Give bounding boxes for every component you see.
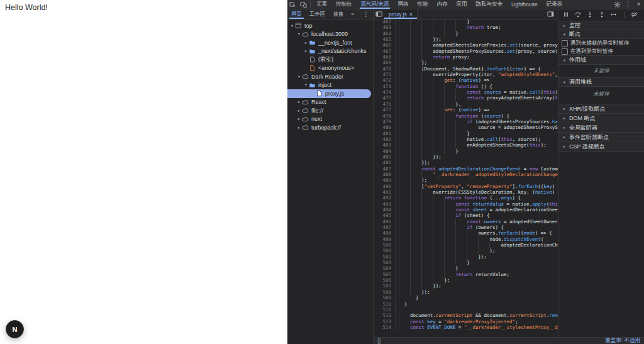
line-number[interactable]: 494 [374, 207, 396, 213]
expander-icon[interactable]: ▸ [296, 99, 302, 104]
line-number[interactable]: 512 [374, 313, 396, 318]
devtools-tab[interactable]: 应用 [452, 0, 471, 9]
more-tabs-chevron-icon[interactable]: » [348, 9, 358, 19]
nextjs-dev-badge[interactable]: N [6, 320, 24, 338]
checkbox[interactable] [562, 48, 568, 55]
line-number[interactable]: 500 [374, 242, 396, 248]
line-number[interactable]: 480 [374, 125, 396, 130]
expander-icon[interactable]: ▸ [296, 108, 302, 113]
navigator-kebab-icon[interactable]: ⋮ [359, 9, 373, 19]
devtools-tab[interactable]: 网络 [393, 0, 413, 9]
close-devtools-icon[interactable]: × [633, 0, 644, 9]
devtools-tab[interactable]: 内存 [432, 0, 452, 9]
expander-icon[interactable]: ▸ [296, 116, 302, 121]
devtools-tab[interactable]: 性能 [413, 0, 432, 9]
step-out-icon[interactable] [599, 11, 605, 19]
tree-item-localhost-3000[interactable]: ▾localhost:3000 [287, 30, 373, 39]
devtools-tab[interactable]: 元素 [312, 0, 331, 9]
line-number[interactable]: 466 [374, 42, 396, 48]
section-watch[interactable]: ▸ 监控 [558, 21, 644, 30]
line-number[interactable]: 462 [374, 19, 396, 25]
coverage-link[interactable]: 覆盖率: 不适用 [605, 337, 640, 344]
line-number[interactable]: 467 [374, 48, 396, 54]
line-number[interactable]: 499 [374, 236, 396, 242]
line-number[interactable]: 464 [374, 31, 396, 36]
tree-item-turbopack-[interactable]: ▸turbopack:// [287, 123, 373, 132]
step-into-icon[interactable] [587, 11, 593, 19]
tree-item--next-static-chunks[interactable]: ▸_next/static/chunks [287, 47, 373, 56]
line-number[interactable]: 469 [374, 60, 396, 65]
step-icon[interactable] [611, 11, 617, 19]
section-xhr-[interactable]: ▸XHR/提取断点 [558, 104, 644, 114]
line-number[interactable]: 493 [374, 201, 396, 207]
navigator-tab[interactable]: 工作区 [306, 9, 330, 19]
section-breakpoints[interactable]: ▾ 断点 [558, 30, 644, 39]
line-number[interactable]: 484 [374, 148, 396, 154]
line-number[interactable]: 481 [374, 131, 396, 136]
line-number[interactable]: 513 [374, 319, 396, 325]
devtools-tab[interactable]: 源代码/来源 [357, 0, 394, 9]
tree-item--[interactable]: (索引) [287, 55, 373, 64]
line-number[interactable]: 514 [374, 325, 396, 330]
line-number[interactable]: 486 [374, 160, 396, 165]
line-number[interactable]: 465 [374, 36, 396, 42]
pause-uncaught-row[interactable]: 遇到未捕获的异常时暂停 [558, 39, 644, 47]
expander-icon[interactable]: ▾ [296, 74, 302, 79]
expander-icon[interactable]: ▾ [303, 82, 309, 87]
line-number[interactable]: 475 [374, 95, 396, 101]
tree-item-react[interactable]: ▸React [287, 98, 373, 107]
section--[interactable]: ▸事件监听器断点 [558, 133, 644, 142]
close-tab-icon[interactable]: × [409, 11, 413, 18]
deactivate-breakpoints-icon[interactable] [631, 11, 638, 19]
tree-item-top[interactable]: ▾top [287, 21, 373, 30]
line-number[interactable]: 476 [374, 101, 396, 107]
line-number[interactable]: 491 [374, 189, 396, 195]
line-number[interactable]: 510 [374, 301, 396, 307]
navigator-tab[interactable]: 替换 [330, 9, 348, 19]
line-number[interactable]: 471 [374, 72, 396, 77]
line-number[interactable]: 474 [374, 89, 396, 95]
line-number[interactable]: 470 [374, 66, 396, 72]
line-number[interactable]: 482 [374, 136, 396, 142]
line-number[interactable]: 485 [374, 154, 396, 160]
pause-caught-row[interactable]: 在遇到异常时暂停 [558, 47, 644, 55]
expander-icon[interactable]: ▸ [303, 48, 309, 53]
expander-icon[interactable]: ▾ [296, 31, 302, 36]
section-csp-[interactable]: ▸CSP 违规断点 [558, 142, 644, 152]
line-number[interactable]: 479 [374, 119, 396, 125]
line-number[interactable]: 503 [374, 260, 396, 265]
tree-item-dark-reader[interactable]: ▾Dark Reader [287, 72, 373, 81]
navigator-tab[interactable]: 网页 [287, 9, 306, 19]
line-number[interactable]: 489 [374, 177, 396, 183]
devtools-tab[interactable]: Lighthouse [507, 0, 542, 9]
section--[interactable]: ▸全局监听器 [558, 123, 644, 133]
line-number[interactable]: 509 [374, 295, 396, 301]
devtools-tab[interactable]: 记录器 [541, 0, 567, 9]
line-number[interactable]: 488 [374, 172, 396, 177]
line-number[interactable]: 483 [374, 142, 396, 148]
line-number[interactable]: 490 [374, 184, 396, 189]
line-number[interactable]: 468 [374, 54, 396, 60]
line-number[interactable]: 506 [374, 277, 396, 283]
line-number[interactable]: 505 [374, 272, 396, 277]
line-number[interactable]: 495 [374, 213, 396, 218]
step-over-icon[interactable] [575, 11, 581, 19]
line-number[interactable]: 498 [374, 230, 396, 236]
tree-item-next[interactable]: ▸next [287, 115, 373, 124]
expander-icon[interactable]: ▾ [289, 23, 295, 28]
editor-tab-proxyjs[interactable]: proxy.js × [384, 9, 418, 19]
line-number[interactable]: 492 [374, 195, 396, 201]
line-number[interactable]: 508 [374, 289, 396, 295]
tree-item-inject[interactable]: ▾inject [287, 81, 373, 90]
section-dom-[interactable]: ▸DOM 断点 [558, 114, 644, 123]
line-number[interactable]: 501 [374, 248, 396, 253]
device-toolbar-icon[interactable] [298, 0, 309, 9]
tree-item-proxy-js[interactable]: proxy.js [287, 89, 371, 98]
line-number[interactable]: 463 [374, 25, 396, 30]
tree-item--anonymous-[interactable]: <anonymous> [287, 64, 373, 73]
devtools-tab[interactable]: 隐私与安全 [471, 0, 507, 9]
line-number[interactable]: 496 [374, 219, 396, 225]
checkbox[interactable] [562, 40, 568, 47]
line-number[interactable]: 497 [374, 225, 396, 230]
section-callstack[interactable]: ▾ 调用堆栈 [558, 78, 644, 87]
